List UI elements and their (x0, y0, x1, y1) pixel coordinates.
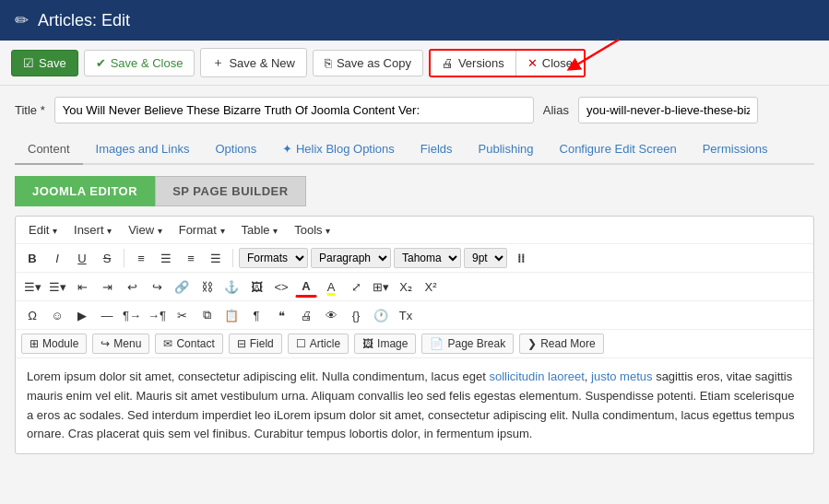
main-toolbar: ☑ Save ✔ Save & Close ＋ Save & New ⎘ Sav… (0, 41, 829, 86)
close-x-icon: ✕ (527, 56, 538, 70)
character-map-button[interactable]: ⁞⁞ (510, 247, 532, 269)
alias-input[interactable] (578, 97, 758, 123)
editor-content[interactable]: Lorem ipsum dolor sit amet, consectetur … (16, 358, 813, 453)
paragraph-select[interactable]: Paragraph (311, 248, 391, 268)
emoji-button[interactable]: ☺ (46, 304, 68, 326)
tab-options[interactable]: Options (202, 135, 269, 165)
code-button[interactable]: <> (270, 275, 292, 298)
save-button[interactable]: ☑ Save (11, 50, 78, 76)
read-more-icon: ❯ (527, 337, 537, 350)
media-button[interactable]: ▶ (71, 304, 93, 326)
editor-text: Lorem ipsum dolor sit amet, consectetur … (27, 369, 794, 440)
title-input[interactable] (54, 97, 534, 123)
bold-button[interactable]: B (21, 247, 43, 269)
menu-view[interactable]: View ▾ (121, 220, 170, 240)
size-select[interactable]: 9pt (464, 248, 507, 268)
indent-button[interactable]: ⇥ (96, 275, 118, 298)
tab-helix[interactable]: ✦ Helix Blog Options (269, 135, 408, 165)
bg-color-button[interactable]: A (320, 275, 342, 298)
title-label: Title * (15, 103, 45, 117)
paste-button[interactable]: 📋 (220, 304, 243, 326)
tab-permissions[interactable]: Permissions (690, 135, 781, 165)
module-button[interactable]: ⊞ Module (21, 334, 87, 354)
save-copy-button[interactable]: ⎘ Save as Copy (313, 50, 423, 76)
tab-publishing[interactable]: Publishing (466, 135, 547, 165)
anchor-button[interactable]: ⚓ (220, 275, 243, 298)
page-break-label: Page Break (447, 337, 505, 350)
special-char-button[interactable]: Ω (21, 304, 43, 326)
align-center-button[interactable]: ☰ (155, 247, 177, 269)
menu-icon: ↪ (101, 337, 110, 350)
list-unordered-button[interactable]: ☰▾ (21, 275, 43, 298)
title-row: Title * Alias (15, 97, 814, 123)
plus-icon: ＋ (212, 54, 224, 71)
undo-button[interactable]: ↩ (121, 275, 143, 298)
redo-button[interactable]: ↪ (146, 275, 168, 298)
editor-toolbar-2: ☰▾ ☰▾ ⇤ ⇥ ↩ ↪ 🔗 ⛓ ⚓ 🖼 <> A A ⤢ ⊞▾ X₂ X² (16, 273, 813, 301)
subscript-button[interactable]: X₂ (395, 275, 417, 298)
clock-button[interactable]: 🕐 (370, 304, 392, 326)
image-button[interactable]: 🖼 (245, 275, 267, 298)
article-button[interactable]: ☐ Article (288, 334, 349, 354)
cut-button[interactable]: ✂ (171, 304, 193, 326)
divider (124, 249, 124, 267)
strikethrough-button[interactable]: S (96, 247, 118, 269)
formats-select[interactable]: Formats (239, 248, 308, 268)
table-insert-button[interactable]: ⊞▾ (370, 275, 392, 298)
copy-btn[interactable]: ⧉ (195, 304, 218, 326)
menu-tools[interactable]: Tools ▾ (287, 220, 338, 240)
underline-button[interactable]: U (71, 247, 93, 269)
joomla-editor-btn[interactable]: JOOMLA EDITOR (15, 176, 155, 206)
link-justo[interactable]: justo metus (591, 369, 652, 383)
link-button[interactable]: 🔗 (171, 275, 193, 298)
contact-button[interactable]: ✉ Contact (155, 334, 222, 354)
editor-menubar: Edit ▾ Insert ▾ View ▾ Format ▾ Table ▾ … (16, 217, 813, 244)
menu-table[interactable]: Table ▾ (234, 220, 286, 240)
menu-edit[interactable]: Edit ▾ (21, 220, 65, 240)
outdent-button[interactable]: ⇤ (71, 275, 93, 298)
sp-page-builder-btn[interactable]: SP PAGE BUILDER (155, 176, 305, 206)
save-close-button[interactable]: ✔ Save & Close (84, 50, 195, 76)
read-more-button[interactable]: ❯ Read More (519, 334, 603, 354)
link-sollicitudin[interactable]: sollicitudin laoreet (489, 369, 584, 383)
superscript-button[interactable]: X² (420, 275, 442, 298)
read-more-label: Read More (540, 337, 595, 350)
versions-button[interactable]: 🖨 Versions (431, 51, 516, 76)
tab-configure-edit[interactable]: Configure Edit Screen (547, 135, 690, 165)
unlink-button[interactable]: ⛓ (195, 275, 218, 298)
tab-fields[interactable]: Fields (408, 135, 466, 165)
ltr-button[interactable]: ¶→ (121, 304, 143, 326)
print-button[interactable]: 🖨 (295, 304, 317, 326)
menu-format[interactable]: Format ▾ (172, 220, 232, 240)
contact-label: Contact (176, 337, 214, 350)
align-right-button[interactable]: ≡ (180, 247, 202, 269)
field-button[interactable]: ⊟ Field (229, 334, 282, 354)
list-ordered-button[interactable]: ☰▾ (46, 275, 68, 298)
align-left-button[interactable]: ≡ (130, 247, 152, 269)
font-select[interactable]: Tahoma (394, 248, 461, 268)
tab-images-links[interactable]: Images and Links (83, 135, 203, 165)
field-label: Field (250, 337, 274, 350)
remove-format-button[interactable]: Tx (395, 304, 417, 326)
source-button[interactable]: {} (345, 304, 367, 326)
tab-content[interactable]: Content (15, 135, 83, 165)
menu-insert[interactable]: Insert ▾ (66, 220, 119, 240)
hr-button[interactable]: — (96, 304, 118, 326)
italic-button[interactable]: I (46, 247, 68, 269)
alias-label: Alias (543, 103, 569, 117)
image-label: Image (377, 337, 408, 350)
fullscreen-button[interactable]: ⤢ (345, 275, 367, 298)
menu-button[interactable]: ↪ Menu (92, 334, 149, 354)
save-close-label: Save & Close (111, 56, 184, 70)
check-icon: ✔ (96, 56, 106, 70)
preview-button[interactable]: 👁 (320, 304, 342, 326)
quote-button[interactable]: ❝ (270, 304, 292, 326)
image-insert-button[interactable]: 🖼 Image (354, 334, 416, 354)
text-color-button[interactable]: A (295, 275, 317, 298)
menu-label: Menu (113, 337, 141, 350)
rtl-button[interactable]: →¶ (146, 304, 168, 326)
pilcrow-button[interactable]: ¶ (245, 304, 267, 326)
align-justify-button[interactable]: ☰ (205, 247, 227, 269)
page-break-button[interactable]: 📄 Page Break (421, 334, 514, 354)
save-new-button[interactable]: ＋ Save & New (200, 48, 307, 77)
